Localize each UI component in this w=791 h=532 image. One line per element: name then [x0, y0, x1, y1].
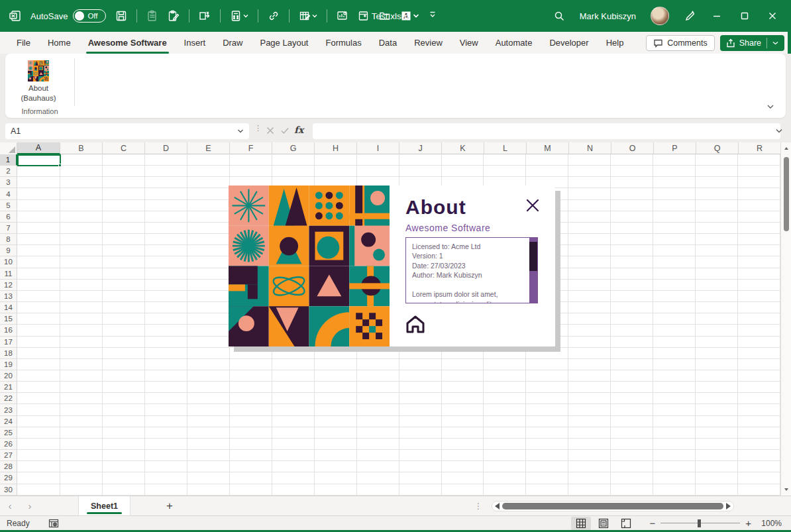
grid-cell[interactable] — [399, 166, 442, 177]
grid-cell[interactable] — [653, 416, 696, 427]
grid-cell[interactable] — [187, 154, 230, 166]
grid-cell[interactable] — [103, 382, 145, 393]
grid-cell[interactable] — [187, 188, 230, 199]
scrollbar-resize-handle[interactable]: ⋮ — [474, 502, 482, 511]
grid-cell[interactable] — [696, 154, 738, 166]
grid-cell[interactable] — [357, 370, 399, 382]
grid-cell[interactable] — [696, 359, 738, 370]
expand-formula-bar-icon[interactable] — [775, 128, 783, 134]
grid-cell[interactable] — [145, 200, 187, 211]
tab-draw[interactable]: Draw — [214, 32, 251, 54]
grid-cell[interactable] — [60, 177, 103, 188]
grid-cell[interactable] — [611, 450, 653, 461]
grid-cell[interactable] — [187, 450, 230, 461]
search-icon[interactable] — [553, 10, 565, 22]
grid-cell[interactable] — [103, 439, 145, 450]
grid-cell[interactable] — [568, 280, 611, 291]
grid-cell[interactable] — [187, 461, 230, 472]
row-header-20[interactable]: 20 — [0, 370, 17, 382]
avatar[interactable] — [651, 7, 669, 25]
grid-cell[interactable] — [315, 427, 357, 439]
grid-cell[interactable] — [442, 382, 484, 393]
grid-cell[interactable] — [272, 359, 315, 370]
grid-cell[interactable] — [145, 177, 187, 188]
grid-cell[interactable] — [60, 223, 103, 234]
grid-cell[interactable] — [17, 461, 60, 472]
grid-cell[interactable] — [653, 484, 696, 496]
grid-cell[interactable] — [60, 359, 103, 370]
grid-cell[interactable] — [103, 359, 145, 370]
sheet-nav-left-icon[interactable]: ‹ — [0, 500, 20, 511]
grid-cell[interactable] — [399, 382, 442, 393]
row-header-1[interactable]: 1 — [0, 154, 17, 166]
grid-cell[interactable] — [653, 200, 696, 211]
grid-cell[interactable] — [526, 427, 568, 439]
grid-cell[interactable] — [399, 393, 442, 404]
grid-cell[interactable] — [738, 359, 780, 370]
grid-cell[interactable] — [17, 313, 60, 325]
column-header-q[interactable]: Q — [696, 142, 739, 154]
grid-cell[interactable] — [738, 427, 780, 439]
insert-function-button[interactable]: fx — [294, 125, 303, 135]
grid-cell[interactable] — [17, 348, 60, 359]
grid-cell[interactable] — [60, 337, 103, 348]
vertical-scrollbar[interactable] — [780, 142, 791, 496]
grid-cell[interactable] — [696, 302, 738, 313]
grid-cell[interactable] — [653, 166, 696, 177]
grid-cell[interactable] — [611, 302, 653, 313]
grid-cell[interactable] — [145, 484, 187, 496]
grid-cell[interactable] — [230, 484, 272, 496]
grid-cell[interactable] — [357, 404, 399, 415]
grid-cell[interactable] — [187, 325, 230, 336]
grid-cell[interactable] — [653, 461, 696, 472]
user-name[interactable]: Mark Kubiszyn — [580, 11, 636, 21]
grid-cell[interactable] — [442, 484, 484, 496]
grid-cell[interactable] — [568, 439, 611, 450]
grid-cell[interactable] — [611, 370, 653, 382]
grid-cell[interactable] — [484, 166, 526, 177]
grid-cell[interactable] — [230, 416, 272, 427]
more-commands-icon[interactable] — [428, 10, 440, 22]
grid-cell[interactable] — [653, 348, 696, 359]
grid-cell[interactable] — [696, 337, 738, 348]
zoom-slider-thumb[interactable] — [698, 519, 701, 527]
column-header-r[interactable]: R — [739, 142, 781, 154]
grid-cell[interactable] — [696, 268, 738, 280]
column-header-m[interactable]: M — [527, 142, 569, 154]
grid-cell[interactable] — [696, 291, 738, 302]
row-header-15[interactable]: 15 — [0, 313, 17, 325]
grid-cell[interactable] — [696, 256, 738, 268]
grid-cell[interactable] — [60, 439, 103, 450]
sheet-tab-sheet1[interactable]: Sheet1 — [78, 496, 131, 515]
grid-cell[interactable] — [315, 484, 357, 496]
grid-cell[interactable] — [738, 223, 780, 234]
row-header-22[interactable]: 22 — [0, 393, 17, 404]
row-header-6[interactable]: 6 — [0, 211, 17, 223]
grid-cell[interactable] — [484, 439, 526, 450]
grid-cell[interactable] — [696, 245, 738, 256]
grid-cell[interactable] — [696, 280, 738, 291]
grid-cell[interactable] — [17, 200, 60, 211]
grid-cell[interactable] — [696, 200, 738, 211]
grid-cell[interactable] — [230, 348, 272, 359]
grid-cell[interactable] — [696, 313, 738, 325]
grid-cell[interactable] — [145, 450, 187, 461]
grid-cell[interactable] — [611, 427, 653, 439]
grid-cell[interactable] — [103, 188, 145, 199]
macro-record-icon[interactable] — [48, 518, 59, 529]
grid-cell[interactable] — [357, 472, 399, 484]
collapse-ribbon-icon[interactable] — [766, 102, 776, 113]
grid-cell[interactable] — [653, 188, 696, 199]
grid-cell[interactable] — [145, 427, 187, 439]
grid-cell[interactable] — [568, 268, 611, 280]
horizontal-scroll-thumb[interactable] — [502, 503, 723, 509]
grid-cell[interactable] — [442, 370, 484, 382]
grid-cell[interactable] — [696, 450, 738, 461]
grid-cell[interactable] — [526, 404, 568, 415]
row-header-9[interactable]: 9 — [0, 245, 17, 256]
grid-cell[interactable] — [187, 404, 230, 415]
row-header-28[interactable]: 28 — [0, 461, 17, 472]
grid-cell[interactable] — [568, 291, 611, 302]
grid-cell[interactable] — [357, 439, 399, 450]
grid-cell[interactable] — [738, 302, 780, 313]
